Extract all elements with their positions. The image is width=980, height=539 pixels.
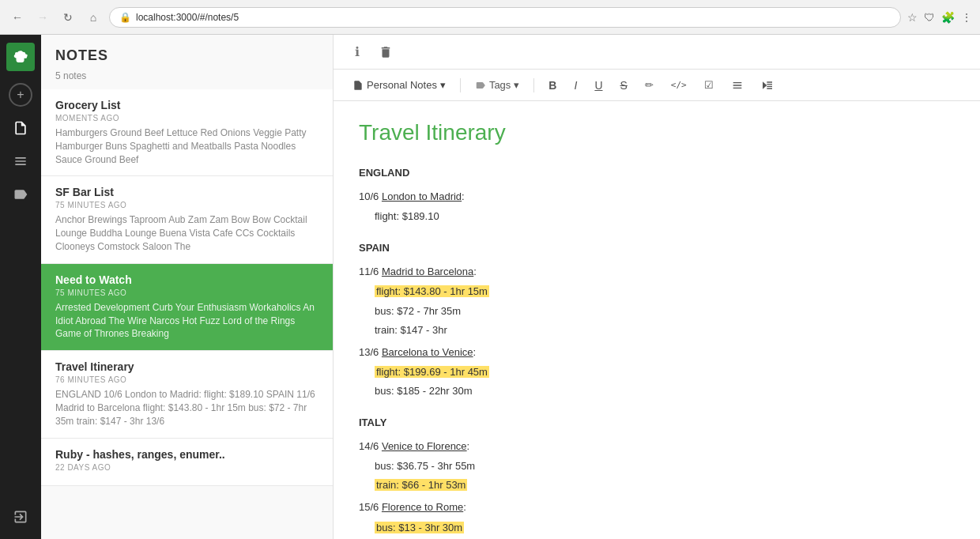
tags-selector[interactable]: Tags ▾ [469,77,526,93]
note-item-time: 22 DAYS AGO [55,463,318,472]
date-line: 14/6 Venice to Florence: [359,438,955,455]
note-item-time: 75 MINUTES AGO [55,288,318,297]
route-link: Venice to Florence [382,440,467,452]
date-entry: 11/6 Madrid to Barcelona:flight: $143.80… [359,263,955,338]
note-item-preview: Hamburgers Ground Beef Lettuce Red Onion… [55,126,318,166]
rail-tags[interactable] [6,180,35,209]
note-editor[interactable]: Travel Itinerary ENGLAND10/6 London to M… [334,101,980,539]
date-entry: 13/6 Barcelona to Venice:flight: $199.69… [359,344,955,400]
route-link: Florence to Rome [382,501,463,513]
url-bar[interactable]: 🔒 localhost:3000/#/notes/5 [109,7,901,28]
bold-button[interactable]: B [542,77,563,94]
note-item-time: MOMENTS AGO [55,114,318,122]
note-item-title: Grocery List [55,99,318,111]
note-title: Travel Itinerary [359,120,955,145]
app-logo [6,43,35,71]
note-item[interactable]: Ruby - hashes, ranges, enumer..22 DAYS A… [41,439,333,486]
date-entry: 15/6 Florence to Rome:bus: $13 - 3hr 30m… [359,499,955,539]
rail-new-note[interactable]: + [6,81,35,109]
note-item-title: Travel Itinerary [55,360,318,373]
tags-label: Tags [489,79,511,91]
trash-button[interactable] [375,41,397,63]
top-toolbar: ℹ [334,35,980,70]
notebook-selector[interactable]: Personal Notes ▾ [346,77,452,93]
browser-bar: ← → ↻ ⌂ 🔒 localhost:3000/#/notes/5 ☆ 🛡 🧩… [0,0,980,35]
icon-rail: + [0,35,41,539]
tags-chevron: ▾ [514,79,519,91]
note-item[interactable]: Grocery ListMOMENTS AGOHamburgers Ground… [41,89,333,176]
reload-button[interactable]: ↻ [58,8,77,27]
home-button[interactable]: ⌂ [84,8,103,27]
transport-item: train: $147 - 3hr [375,322,955,339]
route-link: Madrid to Barcelona [382,266,473,277]
transport-item: bus: $185 - 22hr 30m [375,383,955,400]
route-link: Barcelona to Venice [382,346,473,358]
transport-item: flight: $199.69 - 1hr 45m [375,364,955,381]
transport-item: flight: $189.10 [375,208,955,225]
rail-notes[interactable] [6,114,35,142]
date-entry: 14/6 Venice to Florence:bus: $36.75 - 3h… [359,438,955,494]
note-item-title: Need to Watch [55,273,318,286]
section-heading: ITALY [359,414,955,432]
main-content: ℹ Personal Notes ▾ Tags ▾ B I U [334,35,980,539]
note-item-preview: ENGLAND 10/6 London to Madrid: flight: $… [55,388,318,428]
note-item-preview: Arrested Development Curb Your Enthusias… [55,301,318,341]
date-entry: 10/6 London to Madrid:flight: $189.10 [359,188,955,225]
add-icon[interactable]: + [9,83,32,107]
transport-item: flight: $143.80 - 1hr 15m [375,283,955,300]
italic-button[interactable]: I [567,77,583,94]
note-item[interactable]: Travel Itinerary76 MINUTES AGOENGLAND 10… [41,351,333,438]
shield-icon: 🛡 [924,11,935,24]
note-item-title: Ruby - hashes, ranges, enumer.. [55,448,318,461]
section-heading: SPAIN [359,239,955,257]
pen-button[interactable]: ✏ [639,77,660,93]
transport-item: bus: $72 - 7hr 35m [375,303,955,320]
extension-icon: 🧩 [941,11,955,24]
forward-button[interactable]: → [33,8,52,27]
url-text: localhost:3000/#/notes/5 [136,12,239,23]
notes-list: Grocery ListMOMENTS AGOHamburgers Ground… [41,89,333,539]
bookmark-icon[interactable]: ☆ [907,11,918,24]
highlight: train: $66 - 1hr 53m [375,479,467,491]
section-heading: ENGLAND [359,164,955,182]
formatting-bar: Personal Notes ▾ Tags ▾ B I U S ✏ </> ☑ [334,70,980,101]
sep2 [533,78,534,92]
browser-right-icons: ☆ 🛡 🧩 ⋮ [907,11,972,24]
notebook-chevron: ▾ [440,79,446,91]
notes-header: NOTES [41,35,333,70]
menu-icon[interactable]: ⋮ [961,11,972,24]
date-line: 11/6 Madrid to Barcelona: [359,263,955,281]
strikethrough-button[interactable]: S [614,77,634,94]
transport-item: bus: $13 - 3hr 30m [375,519,955,537]
note-item[interactable]: SF Bar List75 MINUTES AGOAnchor Brewings… [41,176,333,263]
sep1 [460,78,461,92]
underline-button[interactable]: U [588,77,609,94]
lock-icon: 🔒 [119,12,131,23]
highlight: flight: $199.69 - 1hr 45m [375,366,489,378]
list-button[interactable] [725,77,750,94]
note-item[interactable]: Need to Watch75 MINUTES AGOArrested Deve… [41,264,333,351]
transport-item: bus: $36.75 - 3hr 55m [375,458,955,475]
rail-shortcuts[interactable] [6,147,35,175]
note-body: ENGLAND10/6 London to Madrid:flight: $18… [359,164,955,539]
note-item-title: SF Bar List [55,186,318,198]
date-line: 13/6 Barcelona to Venice: [359,344,955,361]
code-button[interactable]: </> [665,77,693,92]
note-item-time: 76 MINUTES AGO [55,375,318,384]
note-item-time: 75 MINUTES AGO [55,201,318,209]
transport-item: train: $66 - 1hr 53m [375,477,955,494]
indent-button[interactable] [755,77,780,94]
highlight: flight: $143.80 - 1hr 15m [375,285,489,297]
date-line: 15/6 Florence to Rome: [359,499,955,516]
checkbox-button[interactable]: ☑ [698,77,720,93]
notebook-label: Personal Notes [367,79,437,91]
back-button[interactable]: ← [8,8,27,27]
info-button[interactable]: ℹ [346,41,368,63]
date-line: 10/6 London to Madrid: [359,188,955,205]
highlight: bus: $13 - 3hr 30m [375,522,464,533]
route-link: London to Madrid [382,190,462,202]
rail-share[interactable] [6,503,35,531]
app-container: + NOTES 5 notes Grocery ListMOMENTS [0,35,980,539]
notes-count: 5 notes [41,70,333,89]
note-item-preview: Anchor Brewings Taproom Aub Zam Zam Bow … [55,213,318,253]
